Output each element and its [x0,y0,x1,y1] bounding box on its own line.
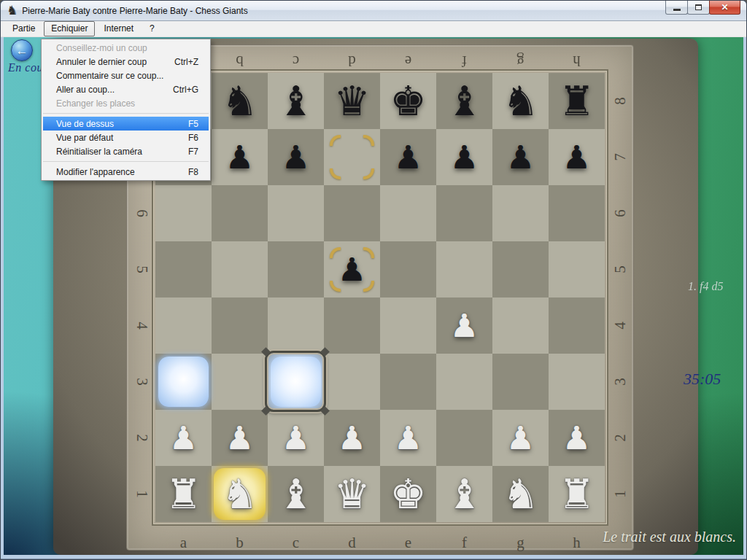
black-knight-b8[interactable]: ♞ [212,73,268,129]
rank-label-right-6: 6 [592,205,649,222]
rank-label-left-4: 4 [114,317,170,335]
black-pawn-d5[interactable]: ♟ [324,241,380,298]
menu-item-label: Réinitialiser la caméra [56,147,142,157]
square-f6[interactable] [436,185,492,241]
square-b4[interactable] [212,298,268,354]
black-pawn-f7[interactable]: ♟ [436,129,492,185]
square-e4[interactable] [380,298,436,354]
white-bishop-f1[interactable]: ♝ [436,466,492,522]
square-g4[interactable] [492,298,549,354]
square-e5[interactable] [380,241,436,298]
restore-button[interactable] [687,1,710,15]
menu-separator [43,113,209,114]
white-pawn-a2[interactable]: ♟ [155,410,212,466]
square-g5[interactable] [492,241,549,298]
black-bishop-f8[interactable]: ♝ [436,73,492,129]
black-pawn-h7[interactable]: ♟ [549,129,605,185]
menubar-item-?[interactable]: ? [142,21,162,36]
menubar-item-echiquier[interactable]: Echiquier [44,21,95,36]
square-c4[interactable] [268,298,324,354]
white-pawn-e2[interactable]: ♟ [380,410,436,466]
square-f3[interactable] [436,354,492,410]
menubar-item-partie[interactable]: Partie [5,21,42,36]
white-pawn-g2[interactable]: ♟ [492,410,549,466]
white-rook-h1[interactable]: ♜ [549,466,605,522]
file-label-top-d: d [324,52,380,70]
menu-item[interactable]: Annuler le dernier coupCtrl+Z [43,55,209,69]
white-pawn-h2[interactable]: ♟ [549,410,605,466]
white-pawn-f4[interactable]: ♟ [436,298,492,354]
white-pawn-b2[interactable]: ♟ [212,410,268,466]
square-g6[interactable] [492,185,549,241]
black-king-e8[interactable]: ♚ [380,73,436,129]
menu-item-shortcut: Ctrl+Z [174,57,198,67]
echiquier-dropdown-menu: Conseillez-moi un coupAnnuler le dernier… [41,39,211,181]
black-rook-h8[interactable]: ♜ [549,73,605,129]
window-title: Pierre-Marie Baty contre Pierre-Marie Ba… [22,6,247,16]
menu-item-label: Modifier l'apparence [56,167,135,177]
highlight-target-a3[interactable] [158,357,209,407]
gold-bracket-icon [363,168,374,179]
square-d3[interactable] [324,354,380,410]
menubar-item-internet[interactable]: Internet [96,21,141,36]
close-button[interactable]: ✕ [709,1,740,15]
black-bishop-c8[interactable]: ♝ [268,73,324,129]
move-list: 1. f4 d5 [688,280,723,293]
square-b6[interactable] [212,185,268,241]
white-rook-a1[interactable]: ♜ [155,466,212,522]
menu-item-label: Commentaire sur ce coup... [56,71,163,81]
white-bishop-c1[interactable]: ♝ [268,466,324,522]
menu-item-shortcut: Ctrl+G [173,85,198,95]
minimize-button[interactable] [665,1,688,15]
turn-status-message: Le trait est aux blancs. [603,529,736,545]
white-king-e1[interactable]: ♚ [380,466,436,522]
white-knight-g1[interactable]: ♞ [492,466,549,522]
square-b3[interactable] [212,354,268,410]
file-label-bottom-d: d [324,534,380,551]
menu-item-label: Annuler le dernier coup [56,57,147,67]
square-c5[interactable] [268,241,324,298]
square-f2[interactable] [436,410,492,466]
square-d4[interactable] [324,298,380,354]
rank-label-right-5: 5 [592,261,649,279]
rank-label-right-3: 3 [592,373,649,391]
square-g3[interactable] [492,354,549,410]
menu-item[interactable]: Modifier l'apparenceF8 [43,165,209,179]
game-client-area: aabbccddeeffgghh1122334455667788♜♞♝♛♚♝♞♜… [4,37,743,555]
black-queen-d8[interactable]: ♛ [324,73,380,129]
menu-item-label: Vue par défaut [56,133,113,143]
cursor-frame-c3[interactable] [265,351,326,412]
white-pawn-c2[interactable]: ♟ [268,410,324,466]
black-pawn-g7[interactable]: ♟ [492,129,549,185]
back-button[interactable]: ← [11,39,33,61]
menu-item[interactable]: Vue de dessusF5 [43,117,209,131]
menu-item-shortcut: F7 [188,147,198,157]
file-label-bottom-c: c [268,534,324,551]
menu-item[interactable]: Réinitialiser la caméraF7 [43,144,209,158]
clock-timer: 35:05 [684,370,721,389]
white-queen-d1[interactable]: ♛ [324,466,380,522]
black-knight-g8[interactable]: ♞ [492,73,549,129]
rank-label-left-6: 6 [114,205,170,222]
menu-item[interactable]: Commentaire sur ce coup... [43,69,209,82]
menu-item[interactable]: Aller au coup...Ctrl+G [43,82,209,96]
square-b5[interactable] [212,241,268,298]
square-d6[interactable] [324,185,380,241]
file-label-bottom-e: e [380,534,436,551]
titlebar[interactable]: ♞ Pierre-Marie Baty contre Pierre-Marie … [1,1,746,21]
black-pawn-e7[interactable]: ♟ [380,129,436,185]
file-label-top-h: h [549,52,605,70]
menu-item[interactable]: Vue par défautF6 [43,131,209,144]
black-pawn-b7[interactable]: ♟ [212,129,268,185]
white-knight-b1[interactable]: ♞ [212,466,268,522]
rank-label-left-5: 5 [114,261,170,279]
menu-item-label: Echanger les places [56,98,135,109]
file-label-bottom-f: f [436,534,492,551]
square-f5[interactable] [436,241,492,298]
square-e3[interactable] [380,354,436,410]
white-pawn-d2[interactable]: ♟ [324,410,380,466]
black-pawn-c7[interactable]: ♟ [268,129,324,185]
square-c6[interactable] [268,185,324,241]
menu-item: Echanger les places [43,96,209,110]
square-e6[interactable] [380,185,436,241]
